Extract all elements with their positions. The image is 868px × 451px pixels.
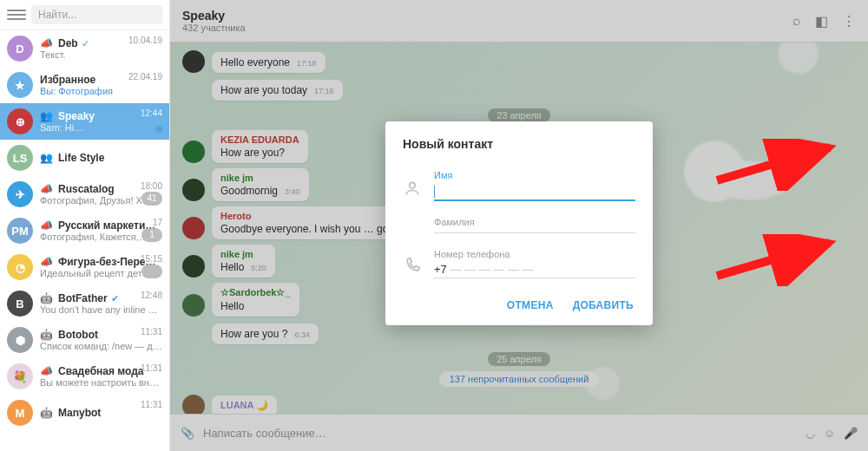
phone-icon [403, 257, 422, 278]
sidebar-chat-item[interactable]: ⊕👥SpeakySam: Hi…12:44 [0, 103, 169, 140]
sent-check-icon: ✓ [82, 38, 89, 49]
unread-badge: 1 [141, 228, 162, 242]
chat-item-title: Manybot [58, 407, 101, 419]
chat-type-icon: 📣 [40, 256, 53, 268]
phone-label: Номер телефона [434, 249, 635, 259]
chat-type-icon: 📣 [40, 183, 53, 195]
surname-input[interactable] [434, 229, 635, 233]
modal-actions: ОТМЕНА ДОБАВИТЬ [403, 294, 635, 317]
avatar: D [7, 36, 33, 62]
sidebar-chat-item[interactable]: ⬢🤖BotobotСписок команд: /new — доб…11:31 [0, 322, 169, 358]
sidebar-chat-item[interactable]: ◔📣Фигура-без-Пере…Идеальный рецепт дет…1… [0, 249, 169, 285]
sidebar-top: Найти... [0, 0, 169, 30]
name-label: Имя [434, 170, 635, 180]
avatar: ⊕ [7, 108, 33, 134]
avatar: ★ [7, 72, 33, 98]
avatar: B [7, 291, 33, 317]
phone-field: Номер телефона +7 — — — — — — [403, 249, 635, 278]
sidebar-chat-item[interactable]: 💐📣Свадебная модаВы можете настроить вне…… [0, 358, 169, 395]
chat-item-time: 12:44 [141, 108, 162, 118]
chat-item-preview: You don't have any inline bo… [40, 304, 162, 315]
search-input[interactable]: Найти... [31, 5, 162, 24]
sidebar-chat-item[interactable]: ★ИзбранноеВы: Фотография22.04.19 [0, 67, 169, 103]
chat-item-preview: Текст. [40, 49, 162, 60]
chat-type-icon: 🤖 [40, 292, 53, 304]
chat-item-time: 17 [153, 218, 162, 227]
name-input[interactable] [434, 182, 635, 201]
svg-point-0 [410, 182, 416, 188]
avatar: LS [7, 145, 33, 171]
chat-item-title: Speaky [58, 110, 95, 122]
chat-item-title: Свадебная мода [58, 365, 144, 377]
avatar: ⬢ [7, 327, 33, 353]
chat-item-title: Life Style [58, 152, 104, 164]
unread-badge [155, 126, 162, 133]
chat-item-title: Botobot [58, 329, 98, 341]
chat-list: D📣Deb✓Текст.10.04.19★ИзбранноеВы: Фотогр… [0, 30, 169, 451]
chat-type-icon: 📣 [40, 37, 53, 49]
chat-item-time: 22.04.19 [128, 72, 162, 82]
chat-item-title: Русский маркети… [58, 219, 155, 232]
chat-item-time: 15:15 [141, 254, 162, 264]
chat-item-time: 11:31 [141, 400, 162, 409]
menu-button[interactable] [7, 5, 26, 24]
avatar: 💐 [7, 363, 33, 389]
chat-type-icon: 🤖 [40, 407, 53, 419]
chat-type-icon: 👥 [40, 110, 53, 122]
chat-type-icon: 👥 [40, 152, 53, 164]
unread-badge: 41 [141, 192, 162, 206]
avatar: PM [7, 218, 33, 244]
sidebar-chat-item[interactable]: D📣Deb✓Текст.10.04.19 [0, 30, 169, 67]
chat-item-time: 12:48 [141, 291, 162, 300]
chat-item-preview: Sam: Hi… [40, 122, 162, 133]
sidebar-chat-item[interactable]: M🤖Manybot11:31 [0, 395, 169, 431]
chat-item-title: BotFather [58, 292, 108, 304]
sidebar-chat-item[interactable]: LS👥Life Style [0, 140, 169, 176]
chat-type-icon: 📣 [40, 219, 53, 232]
avatar: ✈ [7, 181, 33, 207]
cancel-button[interactable]: ОТМЕНА [505, 294, 556, 317]
sidebar-chat-item[interactable]: PM📣Русский маркети…Фотография, Кажется,…… [0, 212, 169, 249]
chat-item-preview: Вы: Фотография [40, 86, 162, 96]
sidebar: Найти... D📣Deb✓Текст.10.04.19★ИзбранноеВ… [0, 0, 170, 451]
chat-item-time: 11:31 [141, 327, 162, 337]
new-contact-modal: Новый контакт Имя Фамилия [385, 121, 653, 325]
sidebar-chat-item[interactable]: B🤖BotFather✔You don't have any inline bo… [0, 285, 169, 322]
phone-input[interactable]: +7 — — — — — — [434, 261, 635, 278]
name-field: Имя [403, 170, 635, 201]
chat-type-icon: 🤖 [40, 329, 53, 341]
chat-item-preview: Вы можете настроить вне… [40, 377, 162, 388]
chat-type-icon: 📣 [40, 365, 53, 377]
modal-overlay[interactable]: Новый контакт Имя Фамилия [170, 0, 868, 451]
surname-label: Фамилия [434, 217, 635, 227]
surname-field: Фамилия [403, 217, 635, 233]
verified-icon: ✔ [111, 293, 119, 304]
person-icon [403, 180, 422, 201]
modal-title: Новый контакт [403, 137, 635, 151]
add-button[interactable]: ДОБАВИТЬ [571, 294, 635, 317]
chat-item-time: 11:31 [141, 363, 162, 373]
chat-item-time: 18:00 [141, 181, 162, 191]
chat-item-title: Избранное [40, 74, 95, 86]
chat-item-preview: Список команд: /new — доб… [40, 341, 162, 351]
chat-item-time: 10.04.19 [128, 36, 162, 45]
app-root: Найти... D📣Deb✓Текст.10.04.19★ИзбранноеВ… [0, 0, 868, 451]
main-panel: Speaky 432 участника ⌕ ◧ ⋮ Hello everyon… [170, 0, 868, 451]
unread-badge [141, 265, 162, 278]
chat-item-title: Deb [58, 37, 78, 49]
avatar: ◔ [7, 254, 33, 280]
avatar: M [7, 400, 33, 426]
chat-item-title: Ruscatalog [58, 183, 115, 195]
sidebar-chat-item[interactable]: ✈📣RuscatalogФотография, Друзья! Х…18:004… [0, 176, 169, 212]
